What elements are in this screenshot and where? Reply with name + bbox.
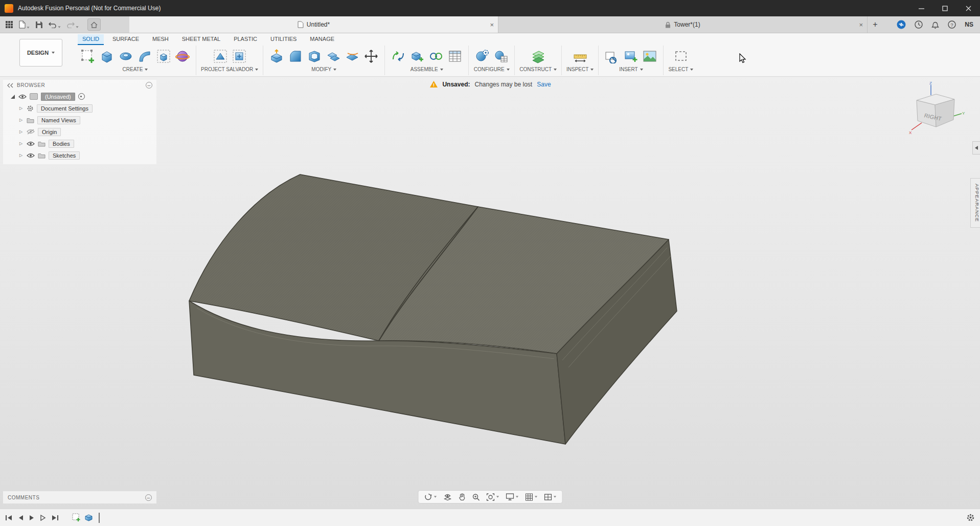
sweep-tool[interactable] <box>136 47 153 66</box>
activate-target-icon[interactable] <box>78 93 85 100</box>
revolve-tool[interactable] <box>117 47 134 66</box>
play-icon[interactable] <box>29 515 35 521</box>
step-forward-icon[interactable] <box>40 515 46 521</box>
primitive-sphere-tool[interactable] <box>174 47 191 66</box>
extensions-icon[interactable] <box>897 20 906 29</box>
primitive-box-tool[interactable] <box>155 47 172 66</box>
expander-icon[interactable]: ▷ <box>18 141 24 146</box>
group-label-inspect[interactable]: INSPECT <box>566 67 594 72</box>
collapse-panel-tab[interactable] <box>972 141 980 155</box>
group-label-create[interactable]: CREATE <box>123 67 148 72</box>
configuration-tool[interactable] <box>473 47 491 66</box>
save-link[interactable]: Save <box>537 81 551 88</box>
pan-button[interactable] <box>458 493 465 501</box>
expander-icon[interactable]: ▷ <box>18 118 24 122</box>
ribbon-tab-solid[interactable]: SOLID <box>78 34 104 45</box>
tab-untitled[interactable]: Untitled* × <box>129 16 498 33</box>
root-document-label[interactable]: (Unsaved) <box>41 93 75 101</box>
browser-item-named-views[interactable]: ▷ Named Views <box>3 114 156 126</box>
visibility-eye-icon[interactable] <box>27 141 35 146</box>
step-back-icon[interactable] <box>18 515 24 521</box>
browser-item-document-settings[interactable]: ▷ Document Settings <box>3 102 156 114</box>
new-document-button[interactable]: + <box>868 16 883 33</box>
new-component-tool[interactable] <box>408 47 426 66</box>
browser-item-label[interactable]: Sketches <box>49 151 80 160</box>
split-body-tool[interactable] <box>344 47 361 66</box>
visibility-eye-icon[interactable] <box>18 94 27 99</box>
group-label-modify[interactable]: MODIFY <box>311 67 336 72</box>
go-to-end-icon[interactable] <box>52 515 59 521</box>
as-built-joint-tool[interactable] <box>427 47 445 66</box>
group-label-assemble[interactable]: ASSEMBLE <box>411 67 443 72</box>
zoom-button[interactable] <box>472 493 480 501</box>
tab-close-icon[interactable]: × <box>490 21 494 28</box>
bom-table-tool[interactable] <box>446 47 464 66</box>
create-sketch-tool[interactable] <box>79 47 97 66</box>
expander-icon[interactable]: ▷ <box>18 106 24 111</box>
file-menu-button[interactable] <box>19 20 30 29</box>
home-view-button[interactable] <box>87 18 101 31</box>
collapse-browser-icon[interactable] <box>7 83 13 88</box>
viewports-button[interactable] <box>544 494 556 500</box>
canvas-image-tool[interactable] <box>641 47 658 66</box>
shell-tool[interactable] <box>306 47 323 66</box>
browser-item-label[interactable]: Origin <box>38 128 61 136</box>
viewcube[interactable]: X Y Z RIGHT <box>904 81 966 141</box>
job-status-clock-icon[interactable] <box>915 20 923 29</box>
timeline-sketch-feature-icon[interactable] <box>72 513 81 522</box>
expander-icon[interactable]: ▷ <box>18 153 24 158</box>
group-label-construct[interactable]: CONSTRUCT <box>519 67 557 72</box>
extrude-tool[interactable] <box>98 47 116 66</box>
close-button[interactable] <box>956 0 980 16</box>
orbit-button[interactable] <box>424 493 437 501</box>
display-settings-button[interactable] <box>506 493 518 500</box>
combine-tool[interactable] <box>325 47 342 66</box>
maximize-button[interactable] <box>933 0 956 16</box>
ribbon-tab-utilities[interactable]: UTILITIES <box>266 34 301 45</box>
comments-panel[interactable]: COMMENTS – <box>3 491 156 503</box>
comments-minimize-icon[interactable]: – <box>145 494 152 501</box>
visibility-off-eye-icon[interactable] <box>27 129 35 135</box>
save-icon[interactable] <box>35 21 43 29</box>
select-tool[interactable] <box>672 47 690 66</box>
measure-tool[interactable] <box>572 47 589 66</box>
configuration-table-tool[interactable] <box>492 47 510 66</box>
help-icon[interactable]: ? <box>948 20 956 29</box>
project-salvador-tool-1[interactable] <box>212 47 229 66</box>
workspace-switcher[interactable]: DESIGN <box>19 39 62 67</box>
move-copy-tool[interactable] <box>362 47 380 66</box>
construct-plane-tool[interactable] <box>530 47 547 66</box>
tab-tower[interactable]: Tower*(1) × <box>498 16 868 33</box>
appearance-panel-tab[interactable]: APPEARANCE <box>970 178 980 228</box>
undo-button[interactable] <box>49 21 61 28</box>
app-grid-icon[interactable] <box>5 20 13 29</box>
insert-derive-tool[interactable] <box>603 47 621 66</box>
fit-button[interactable] <box>486 493 499 501</box>
ribbon-tab-plastic[interactable]: PLASTIC <box>229 34 262 45</box>
browser-item-label[interactable]: Named Views <box>37 116 80 124</box>
grid-layout-button[interactable] <box>525 493 537 501</box>
timeline-position-marker[interactable] <box>99 513 100 523</box>
tab-close-icon[interactable]: × <box>859 21 863 28</box>
browser-item-sketches[interactable]: ▷ Sketches <box>3 149 156 161</box>
group-label-configure[interactable]: CONFIGURE <box>474 67 510 72</box>
browser-item-label[interactable]: Document Settings <box>37 104 93 113</box>
timeline-extrude-feature-icon[interactable] <box>84 513 93 522</box>
project-salvador-tool-2[interactable] <box>231 47 248 66</box>
minimize-button[interactable] <box>909 0 933 16</box>
look-at-button[interactable] <box>443 493 451 500</box>
browser-item-root[interactable]: (Unsaved) <box>3 91 156 102</box>
go-to-start-icon[interactable] <box>5 515 12 521</box>
joint-tool[interactable] <box>390 47 407 66</box>
user-avatar[interactable]: NS <box>965 21 973 28</box>
fillet-tool[interactable] <box>287 47 304 66</box>
browser-item-bodies[interactable]: ▷ Bodies <box>3 138 156 149</box>
expander-icon[interactable]: ▷ <box>18 129 24 134</box>
ribbon-tab-sheet-metal[interactable]: SHEET METAL <box>177 34 225 45</box>
group-label-select[interactable]: SELECT <box>668 67 693 72</box>
expanded-arrow-icon[interactable] <box>10 94 15 99</box>
decal-tool[interactable] <box>622 47 640 66</box>
notifications-bell-icon[interactable] <box>931 20 939 29</box>
browser-item-label[interactable]: Bodies <box>49 140 74 148</box>
group-label-insert[interactable]: INSERT <box>619 67 643 72</box>
